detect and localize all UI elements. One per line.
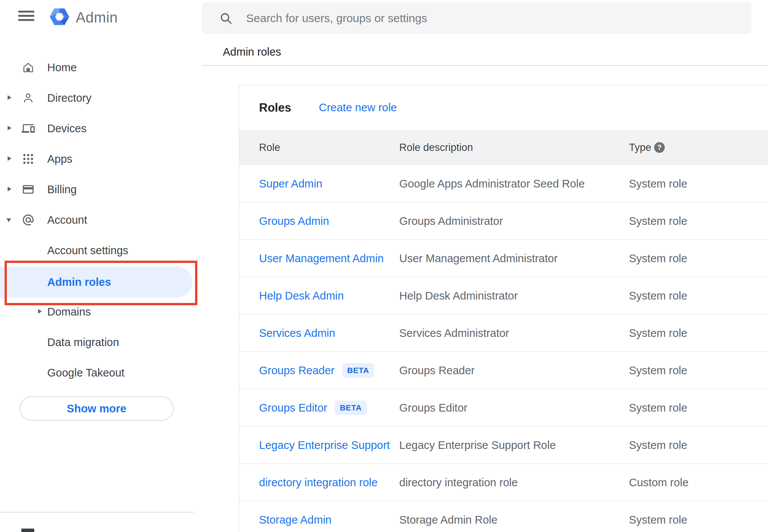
- role-description: Services Administrator: [399, 314, 509, 352]
- sidebar-item-account[interactable]: Account: [0, 205, 202, 235]
- sidebar-item-directory[interactable]: Directory: [0, 83, 202, 113]
- role-link[interactable]: Legacy Enterprise Support: [259, 439, 390, 452]
- sidebar-item-billing[interactable]: Billing: [0, 174, 202, 205]
- role-type: System role: [629, 202, 687, 240]
- table-row: Storage Admin Storage Admin Role System …: [239, 501, 768, 532]
- logo-wordmark: Admin: [76, 10, 118, 26]
- table-row: Help Desk Admin Help Desk Administrator …: [239, 277, 768, 314]
- menu-hamburger-icon[interactable]: [18, 11, 34, 21]
- role-link[interactable]: directory integration role: [259, 476, 378, 489]
- role-description: Storage Admin Role: [399, 501, 498, 532]
- search-bar[interactable]: [202, 2, 752, 34]
- chevron-right-icon[interactable]: [8, 156, 11, 161]
- role-link[interactable]: Storage Admin: [259, 514, 331, 526]
- sidebar-item-label: Devices: [47, 113, 86, 144]
- create-new-role-link[interactable]: Create new role: [319, 85, 397, 130]
- role-description: Legacy Enterprise Support Role: [399, 426, 556, 464]
- admin-logo[interactable]: Admin: [48, 5, 118, 30]
- role-type: System role: [629, 165, 687, 202]
- table-row: Legacy Enterprise Support Legacy Enterpr…: [239, 426, 768, 464]
- devices-icon: [22, 122, 35, 135]
- role-link[interactable]: Groups Editor: [259, 402, 327, 414]
- roles-table-body: Super Admin Google Apps Administrator Se…: [239, 165, 768, 532]
- card-header: Roles Create new role: [239, 85, 768, 130]
- sidebar-divider: [0, 512, 194, 513]
- role-description: Groups Editor: [399, 389, 467, 426]
- table-row: directory integration role directory int…: [239, 464, 768, 501]
- sidebar-item-label: Google Takeout: [47, 357, 125, 388]
- role-type: System role: [629, 314, 687, 352]
- cutoff-menu-icon: [21, 529, 34, 532]
- role-link[interactable]: Groups Reader: [259, 364, 334, 377]
- sidebar-item-label: Home: [47, 52, 77, 83]
- sidebar-item-label: Domains: [47, 296, 91, 327]
- at-sign-icon: [22, 213, 35, 226]
- card-title: Roles: [259, 85, 291, 130]
- role-type: System role: [629, 352, 687, 389]
- role-type: System role: [629, 426, 687, 464]
- search-icon: [219, 11, 233, 27]
- role-description: directory integration role: [399, 464, 518, 501]
- role-type: System role: [629, 389, 687, 426]
- sidebar-item-label: Account settings: [47, 235, 128, 266]
- role-description: Groups Reader: [399, 352, 475, 389]
- header-divider: [202, 65, 768, 66]
- sidebar-item-account-settings[interactable]: Account settings: [0, 235, 202, 266]
- show-more-button[interactable]: Show more: [19, 396, 174, 421]
- breadcrumb: Admin roles: [223, 46, 281, 58]
- chevron-right-icon[interactable]: [8, 187, 11, 191]
- sidebar-item-label: Billing: [47, 174, 77, 205]
- table-row: Services Admin Services Administrator Sy…: [239, 314, 768, 352]
- sidebar: Admin Home Directory Devices: [0, 0, 202, 532]
- chevron-right-icon[interactable]: [38, 309, 42, 314]
- roles-card: Roles Create new role Role Role descript…: [239, 85, 768, 532]
- role-description: Google Apps Administrator Seed Role: [399, 165, 585, 202]
- chevron-right-icon[interactable]: [8, 126, 11, 130]
- sidebar-item-label: Account: [47, 205, 87, 235]
- sidebar-item-apps[interactable]: Apps: [0, 144, 202, 174]
- column-header-type: Type: [629, 130, 651, 165]
- role-link[interactable]: Groups Admin: [259, 215, 329, 228]
- search-input[interactable]: [246, 2, 741, 34]
- sidebar-item-label: Data migration: [47, 327, 119, 357]
- sidebar-item-home[interactable]: Home: [0, 52, 202, 83]
- role-description: User Management Administrator: [399, 240, 558, 277]
- table-row: Groups Reader BETA Groups Reader System …: [239, 352, 768, 389]
- beta-badge: BETA: [335, 401, 367, 415]
- sidebar-item-label: Admin roles: [47, 266, 111, 298]
- chevron-down-icon[interactable]: [6, 218, 11, 222]
- column-header-role-description: Role description: [399, 130, 473, 165]
- sidebar-item-domains[interactable]: Domains: [0, 296, 202, 327]
- person-icon: [22, 91, 35, 104]
- chevron-right-icon[interactable]: [8, 95, 11, 100]
- role-description: Help Desk Administrator: [399, 277, 518, 314]
- sidebar-item-devices[interactable]: Devices: [0, 113, 202, 144]
- sidebar-item-admin-roles[interactable]: Admin roles: [0, 266, 202, 298]
- role-link[interactable]: Super Admin: [259, 178, 322, 190]
- role-description: Groups Administrator: [399, 202, 503, 240]
- table-row: Super Admin Google Apps Administrator Se…: [239, 165, 768, 202]
- role-type: System role: [629, 501, 687, 532]
- sidebar-item-label: Apps: [47, 144, 72, 174]
- table-header-row: Role Role description Type ?: [239, 130, 768, 165]
- table-row: Groups Editor BETA Groups Editor System …: [239, 389, 768, 426]
- column-header-role: Role: [259, 130, 280, 165]
- home-icon: [22, 61, 35, 74]
- role-type: System role: [629, 277, 687, 314]
- role-link[interactable]: Services Admin: [259, 327, 335, 340]
- role-link[interactable]: Help Desk Admin: [259, 290, 344, 302]
- help-icon[interactable]: ?: [654, 142, 665, 153]
- table-row: User Management Admin User Management Ad…: [239, 240, 768, 277]
- role-type: System role: [629, 240, 687, 277]
- role-link[interactable]: User Management Admin: [259, 252, 384, 265]
- apps-grid-icon: [22, 152, 35, 165]
- credit-card-icon: [22, 183, 35, 196]
- role-type: Custom role: [629, 464, 688, 501]
- sidebar-item-google-takeout[interactable]: Google Takeout: [0, 357, 202, 388]
- beta-badge: BETA: [342, 363, 374, 378]
- sidebar-item-data-migration[interactable]: Data migration: [0, 327, 202, 357]
- table-row: Groups Admin Groups Administrator System…: [239, 202, 768, 240]
- sidebar-item-label: Directory: [47, 83, 91, 113]
- admin-hexagon-icon: [48, 5, 70, 30]
